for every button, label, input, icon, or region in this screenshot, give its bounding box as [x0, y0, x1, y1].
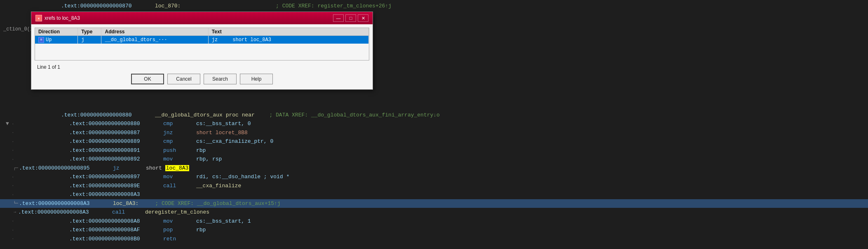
xrefs-table: Direction Type Address Text ≡ Up [35, 28, 369, 44]
search-button[interactable]: Search [204, 74, 237, 84]
dialog-body: Direction Type Address Text ≡ Up [31, 24, 373, 89]
code-line: → .text:00000000000008A3 call deregister… [0, 208, 868, 217]
col-header-address: Address [101, 28, 208, 36]
code-line: · .text:0000000000000891 push rbp [0, 146, 868, 155]
code-line: .text:0000000000000880 __do_global_dtors… [0, 111, 868, 120]
code-line: ┌─ .text:0000000000000895 jz short loc_8… [0, 164, 868, 173]
xref-direction: ≡ Up [35, 36, 78, 44]
code-line: · .text:00000000000008B0 retn [0, 235, 868, 244]
xref-address: __do_global_dtors_··· [101, 36, 208, 44]
code-line: ▼ · .text:0000000000000880 cmp cs:__bss_… [0, 119, 868, 128]
code-line-label: └─ .text:00000000000008A3 loc_8A3: ; COD… [0, 199, 868, 208]
code-line: .text:0000000000000870 loc_870: ; CODE X… [0, 2, 868, 11]
code-line: · .text:0000000000000892 mov rbp, rsp [0, 155, 868, 164]
ok-button[interactable]: OK [131, 74, 164, 84]
dialog-window-controls[interactable]: — □ ✕ [333, 14, 368, 22]
cancel-button[interactable]: Cancel [167, 74, 200, 84]
dialog-titlebar: x xrefs to loc_8A3 — □ ✕ [31, 12, 373, 24]
status-line: Line 1 of 1 [35, 63, 369, 71]
code-line: · .text:00000000000008AF pop rbp [0, 226, 868, 235]
dialog-buttons: OK Cancel Search Help [35, 71, 369, 86]
code-line: · .text:0000000000000887 jnz short locre… [0, 128, 868, 137]
xref-row[interactable]: ≡ Up j __do_global_dtors_··· jz short lo… [35, 36, 369, 44]
minimize-button[interactable]: — [333, 14, 344, 22]
dialog-title-text: xrefs to loc_8A3 [45, 15, 80, 21]
xrefs-dialog: x xrefs to loc_8A3 — □ ✕ Direction Type … [31, 12, 373, 90]
code-line: · .text:0000000000000889 cmp cs:__cxa_fi… [0, 137, 868, 146]
code-line: · .text:0000000000000897 mov rdi, cs:__d… [0, 172, 868, 182]
close-button[interactable]: ✕ [358, 14, 368, 22]
line-count: Line 1 of 1 [37, 64, 60, 70]
code-line: · .text:00000000000008A3 [0, 190, 868, 199]
help-button[interactable]: Help [240, 74, 273, 84]
col-header-direction: Direction [35, 28, 78, 36]
dialog-icon: x [35, 15, 42, 21]
xref-text: jz short loc_8A3 [208, 36, 368, 44]
dialog-title-left: x xrefs to loc_8A3 [35, 15, 80, 21]
code-line: · .text:000000000000089E call __cxa_fina… [0, 182, 868, 191]
code-line: · .text:00000000000008A8 mov cs:__bss_st… [0, 217, 868, 226]
col-header-text: Text [208, 28, 368, 36]
xref-type: j [78, 36, 101, 44]
xrefs-table-container: Direction Type Address Text ≡ Up [35, 28, 369, 61]
maximize-button[interactable]: □ [345, 14, 356, 22]
col-header-type: Type [78, 28, 101, 36]
